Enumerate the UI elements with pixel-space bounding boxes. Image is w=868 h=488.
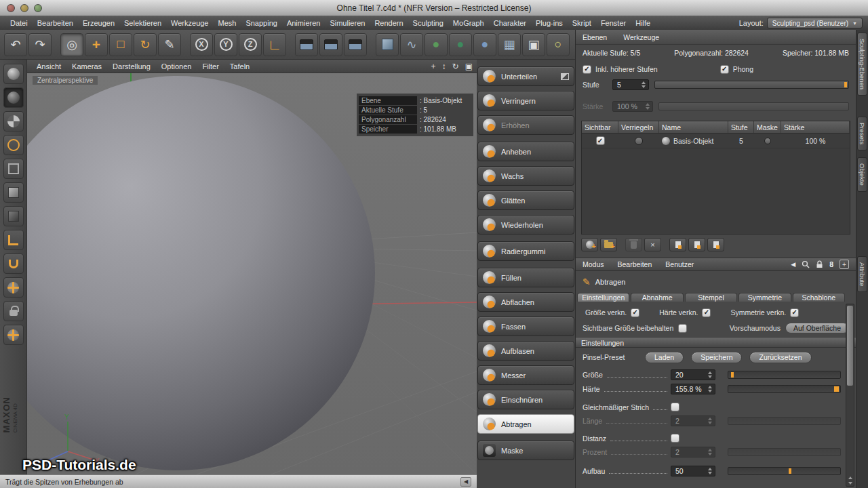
menu-hilfe[interactable]: Hilfe bbox=[631, 19, 655, 27]
load-preset-button[interactable]: Laden bbox=[645, 352, 684, 363]
vp-menu-tafeln[interactable]: Tafeln bbox=[224, 62, 255, 70]
move-tool-button[interactable]: + bbox=[85, 33, 108, 56]
zoom-view-icon[interactable]: ↕ bbox=[442, 62, 446, 71]
staerke-value-field[interactable]: 100 % bbox=[612, 101, 653, 112]
gleichmaessiger-strich-checkbox[interactable] bbox=[671, 403, 679, 411]
history-back-icon[interactable]: ◀ bbox=[791, 261, 795, 268]
col-staerke[interactable]: Stärke bbox=[781, 121, 850, 133]
slider-tick[interactable] bbox=[789, 468, 791, 474]
texture-mode-button[interactable] bbox=[3, 111, 24, 131]
render-view-button[interactable] bbox=[295, 33, 318, 56]
vp-menu-darstellung[interactable]: Darstellung bbox=[107, 62, 156, 70]
zoom-button[interactable] bbox=[34, 4, 42, 12]
snap-button[interactable] bbox=[3, 253, 24, 274]
visible-size-checkbox[interactable] bbox=[678, 324, 687, 333]
sculpt-tool-aufblasen[interactable]: Aufblasen bbox=[477, 341, 574, 361]
menu-simulieren[interactable]: Simulieren bbox=[325, 19, 370, 27]
add-deformer-button[interactable]: ● bbox=[449, 33, 472, 56]
rotate-tool-button[interactable]: ↻ bbox=[134, 33, 157, 56]
sculpt-tool-fassen[interactable]: Fassen bbox=[477, 317, 574, 336]
lock-icon[interactable] bbox=[816, 260, 823, 268]
side-tab-sculpting-ebenen[interactable]: Sculpting-Ebenen bbox=[857, 33, 867, 96]
sculpt-tool-abtragen[interactable]: Abtragen bbox=[477, 414, 574, 434]
search-icon[interactable] bbox=[802, 260, 810, 268]
sculpt-tool-verringern[interactable]: Verringern bbox=[477, 91, 574, 110]
aufbau-slider[interactable] bbox=[728, 467, 841, 475]
layer-name[interactable]: Basis-Objekt bbox=[673, 137, 714, 145]
pan-view-icon[interactable]: + bbox=[431, 62, 436, 71]
live-selection-button[interactable]: ◎ bbox=[60, 33, 83, 56]
viewport-canvas[interactable]: Zentralperspektive Ebene Basis-Objekt Ak… bbox=[27, 73, 477, 474]
menu-selektieren[interactable]: Selektieren bbox=[119, 19, 166, 27]
orbit-view-icon[interactable]: ↻ bbox=[452, 62, 459, 71]
duplicate-layer-button[interactable] bbox=[707, 238, 724, 251]
stepper-icon[interactable] bbox=[708, 386, 712, 392]
slider-tick[interactable] bbox=[834, 386, 839, 392]
side-tab-objekte[interactable]: Objekte bbox=[857, 157, 867, 192]
attr-menu-benutzer[interactable]: Benutzer bbox=[665, 260, 694, 268]
sculpt-tool-fuellen[interactable]: Füllen bbox=[477, 268, 574, 287]
clear-mask-button[interactable]: × bbox=[644, 238, 661, 251]
layers-menu-werkzeuge[interactable]: Werkzeuge bbox=[623, 33, 659, 41]
redo-button[interactable]: ↷ bbox=[28, 33, 52, 56]
add-light-button[interactable]: ○ bbox=[547, 33, 570, 56]
layers-menu-ebenen[interactable]: Ebenen bbox=[583, 33, 607, 41]
col-verriegeln[interactable]: Verriegeln bbox=[618, 121, 659, 133]
delete-layer-button[interactable] bbox=[625, 238, 642, 251]
attr-menu-modus[interactable]: Modus bbox=[583, 260, 604, 268]
groesse-slider[interactable] bbox=[728, 371, 841, 379]
add-tab-icon[interactable]: + bbox=[840, 260, 849, 269]
points-mode-button[interactable] bbox=[3, 159, 24, 179]
add-layer-button[interactable]: + bbox=[581, 238, 598, 251]
undo-button[interactable]: ↶ bbox=[4, 33, 27, 56]
menu-mesh[interactable]: Mesh bbox=[213, 19, 241, 27]
polygons-mode-button[interactable] bbox=[3, 206, 24, 226]
viewport[interactable]: Ansicht Kameras Darstellung Optionen Fil… bbox=[27, 60, 477, 474]
col-name[interactable]: Name bbox=[659, 121, 728, 133]
vp-menu-ansicht[interactable]: Ansicht bbox=[31, 62, 66, 70]
side-tab-presets[interactable]: Presets bbox=[857, 117, 867, 150]
visible-checkbox[interactable]: ✓ bbox=[596, 136, 605, 145]
slider-tick[interactable] bbox=[844, 82, 847, 87]
attributes-scrollbar[interactable] bbox=[846, 304, 854, 487]
symmetry-button[interactable] bbox=[3, 325, 24, 345]
stepper-icon[interactable] bbox=[708, 468, 712, 474]
uv-mode-button[interactable] bbox=[3, 277, 24, 298]
add-primitive-button[interactable] bbox=[376, 33, 399, 56]
stepper-icon[interactable] bbox=[708, 371, 712, 378]
haerte-verkn-checkbox[interactable]: ✓ bbox=[702, 308, 711, 317]
save-preset-button[interactable]: Speichern bbox=[691, 352, 742, 363]
lock-workplane-button[interactable] bbox=[3, 301, 24, 321]
menu-snapping[interactable]: Snapping bbox=[241, 19, 282, 27]
sculpt-tool-abflachen[interactable]: Abflachen bbox=[477, 292, 574, 312]
lock-y-button[interactable]: Y bbox=[214, 33, 237, 56]
scrollbar-arrows[interactable] bbox=[846, 476, 854, 485]
menu-bearbeiten[interactable]: Bearbeiten bbox=[33, 19, 78, 27]
tab-schablone[interactable]: Schablone bbox=[793, 293, 845, 302]
tab-symmetrie[interactable]: Symmetrie bbox=[738, 293, 791, 302]
side-tab-attribute[interactable]: Attribute bbox=[857, 256, 867, 292]
sculpt-tool-wiederholen[interactable]: Wiederholen bbox=[477, 215, 574, 235]
phong-checkbox[interactable]: ✓ bbox=[720, 65, 729, 74]
add-camera-button[interactable]: ▣ bbox=[522, 33, 545, 56]
panel-popout-icon[interactable] bbox=[561, 73, 569, 80]
symmetrie-verkn-checkbox[interactable]: ✓ bbox=[790, 308, 799, 317]
sculpt-tool-anheben[interactable]: Anheben bbox=[477, 142, 574, 161]
menu-sculpting[interactable]: Sculpting bbox=[408, 19, 448, 27]
sculpt-tool-maske[interactable]: Maske bbox=[477, 441, 574, 460]
menu-erzeugen[interactable]: Erzeugen bbox=[78, 19, 119, 27]
stepper-icon[interactable] bbox=[642, 81, 646, 88]
groesse-verkn-checkbox[interactable]: ✓ bbox=[631, 308, 639, 317]
col-sichtbar[interactable]: Sichtbar bbox=[582, 121, 618, 133]
layout-select[interactable]: Sculpting_psd (Benutzer) ▼ bbox=[767, 18, 863, 28]
lock-z-button[interactable]: Z bbox=[239, 33, 262, 56]
scrollbar-thumb[interactable] bbox=[847, 306, 853, 386]
groesse-value-field[interactable]: 20 bbox=[671, 369, 715, 380]
tab-stempel[interactable]: Stempel bbox=[685, 293, 737, 302]
lock-x-button[interactable]: X bbox=[190, 33, 213, 56]
reset-preset-button[interactable]: Zurücksetzen bbox=[749, 352, 811, 363]
coordinate-system-button[interactable]: ∟ bbox=[263, 33, 286, 56]
vp-menu-optionen[interactable]: Optionen bbox=[156, 62, 197, 70]
menu-charakter[interactable]: Charakter bbox=[489, 19, 531, 27]
higher-levels-checkbox[interactable]: ✓ bbox=[583, 65, 591, 74]
